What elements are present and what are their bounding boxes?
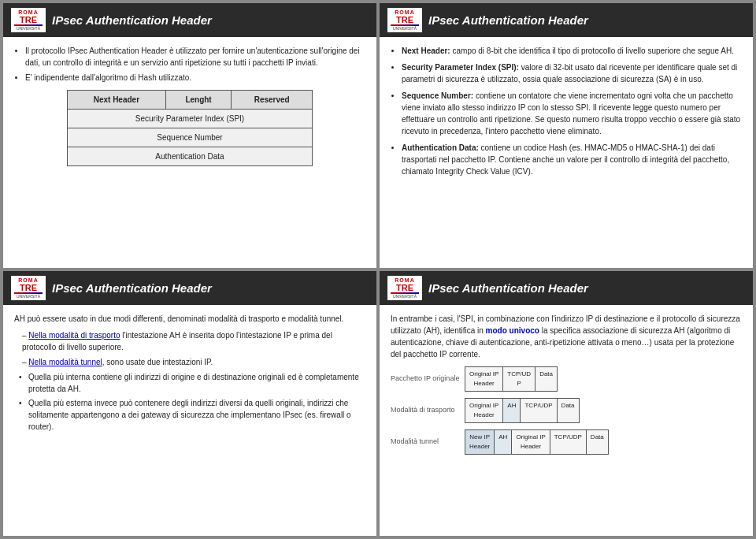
slide-2-title: IPsec Authentication Header	[428, 13, 588, 27]
bullet-2-label: Security Parameter Index (SPI):	[402, 63, 519, 72]
slide-1-bullets: Il protocollo IPsec Authentication Heade…	[14, 45, 365, 84]
col-reserved: Reserved	[232, 91, 313, 110]
slide-4-title: IPsec Authentication Header	[428, 281, 588, 295]
block-tcpudp-tunnel: TCP/UDP	[550, 430, 587, 454]
diagram-transport-label: Modalità di trasporto	[391, 405, 461, 416]
slide-2-bullet-1: Next Header: campo di 8-bit che identifi…	[402, 45, 742, 57]
slide-4-paragraph: In entrambe i casi, l'SPI, in combinazio…	[391, 313, 742, 360]
logo-roma-1: ROMA	[18, 9, 38, 15]
slide-2: ROMA TRE UNIVERSITÀ IPsec Authentication…	[380, 3, 753, 268]
diagram-tunnel: Modalità tunnel New IPHeader AH Original…	[391, 429, 742, 455]
tunnel-link: Nella modalità tunnel	[28, 358, 102, 366]
slide-1-content: Il protocollo IPsec Authentication Heade…	[3, 37, 376, 268]
diagram-original-blocks: Original IPHeader TCP/UDP Data	[465, 366, 558, 392]
slide-3-subitem-1: Quella più interna contiene gli indirizz…	[14, 371, 365, 395]
bullet-1-text: campo di 8-bit che identifica il tipo di…	[452, 46, 733, 55]
slide-1-title: IPsec Authentication Header	[52, 13, 212, 27]
block-new-ip: New IPHeader	[465, 430, 495, 454]
block-data-trans: Data	[558, 399, 579, 422]
ah-header-table: Next Header Lenght Reserved Security Par…	[67, 90, 313, 166]
slide-2-content: Next Header: campo di 8-bit che identifi…	[380, 37, 753, 268]
logo-2: ROMA TRE UNIVERSITÀ	[387, 8, 422, 32]
col-lenght: Lenght	[165, 91, 231, 110]
slide-2-bullet-2: Security Parameter Index (SPI): valore d…	[402, 61, 742, 85]
bullet-1-label: Next Header:	[402, 46, 450, 55]
transport-link: Nella modalità di trasporto	[28, 331, 120, 340]
logo-3: ROMA TRE UNIVERSITÀ	[11, 276, 46, 300]
block-tcpudp-orig: TCP/UDP	[503, 367, 536, 391]
modo-univoco: modo univoco	[486, 326, 539, 335]
slide-3-subitem-2: Quella più esterna invece può contenere …	[14, 397, 365, 433]
diagram-transport-blocks: Original IPHeader AH TCP/UDP Data	[465, 398, 580, 423]
block-tcpudp-trans: TCP/UDP	[521, 399, 557, 422]
slide-2-header: ROMA TRE UNIVERSITÀ IPsec Authentication…	[380, 3, 753, 37]
table-row-seq: Sequence Number	[67, 128, 312, 147]
seq-cell: Sequence Number	[67, 128, 312, 147]
slide-2-bullets: Next Header: campo di 8-bit che identifi…	[391, 45, 742, 177]
slide-3-item-2: – Nella modalità tunnel, sono usate due …	[14, 356, 365, 368]
diagram-original-label: Pacchetto IP originale	[391, 374, 461, 385]
slide-4-content: In entrambe i casi, l'SPI, in combinazio…	[380, 305, 753, 536]
slide-3-content: AH può essere usato in due modi differen…	[3, 305, 376, 536]
slide-3-title: IPsec Authentication Header	[52, 281, 212, 295]
logo-tre-4: TRE	[396, 283, 413, 292]
logo-tre-3: TRE	[20, 283, 37, 292]
slide-1: ROMA TRE UNIVERSITÀ IPsec Authentication…	[3, 3, 376, 268]
block-orig-ip-trans: Original IPHeader	[465, 399, 503, 422]
table-row-spi: Security Parameter Index (SPI)	[67, 110, 312, 128]
bullet-3-label: Sequence Number:	[402, 91, 473, 100]
logo-roma-4: ROMA	[395, 277, 414, 283]
slide-1-bullet-2: E' indipendente dall'algoritmo di Hash u…	[25, 72, 365, 84]
logo-univ-4: UNIVERSITÀ	[393, 294, 417, 299]
slide-1-header: ROMA TRE UNIVERSITÀ IPsec Authentication…	[3, 3, 376, 37]
slide-3-item-1: – Nella modalità di trasporto l'intestaz…	[14, 329, 365, 353]
diagram-tunnel-blocks: New IPHeader AH Original IPHeader TCP/UD…	[465, 429, 609, 455]
slide-3-header: ROMA TRE UNIVERSITÀ IPsec Authentication…	[3, 271, 376, 305]
logo-tre-2: TRE	[396, 15, 413, 24]
block-ah-tunnel: AH	[495, 430, 512, 454]
block-original-ip: Original IPHeader	[465, 367, 503, 391]
slide-2-bullet-4: Authentication Data: contiene un codice …	[402, 142, 742, 177]
slide-4-header: ROMA TRE UNIVERSITÀ IPsec Authentication…	[380, 271, 753, 305]
block-orig-ip-tunnel: Original IPHeader	[512, 430, 550, 454]
logo-1: ROMA TRE UNIVERSITÀ	[11, 8, 46, 32]
slide-4: ROMA TRE UNIVERSITÀ IPsec Authentication…	[380, 271, 753, 536]
block-ah-trans: AH	[503, 399, 521, 422]
logo-univ-1: UNIVERSITÀ	[17, 26, 40, 31]
bullet-4-label: Authentication Data:	[402, 143, 479, 152]
logo-roma-2: ROMA	[395, 9, 414, 15]
block-data-tunnel: Data	[587, 430, 608, 454]
logo-roma-3: ROMA	[18, 277, 38, 283]
logo-tre-1: TRE	[20, 15, 37, 24]
table-row-header: Next Header Lenght Reserved	[67, 91, 312, 110]
table-row-auth: Authentication Data	[67, 147, 312, 166]
diagram-original: Pacchetto IP originale Original IPHeader…	[391, 366, 742, 392]
block-data-orig: Data	[536, 367, 557, 391]
logo-univ-3: UNIVERSITÀ	[17, 294, 40, 299]
spi-cell: Security Parameter Index (SPI)	[67, 110, 312, 128]
diagram-tunnel-label: Modalità tunnel	[391, 437, 461, 448]
logo-univ-2: UNIVERSITÀ	[393, 26, 417, 31]
slide-1-bullet-1: Il protocollo IPsec Authentication Heade…	[25, 45, 365, 69]
slide-2-bullet-3: Sequence Number: contiene un contatore c…	[402, 90, 742, 137]
auth-cell: Authentication Data	[67, 147, 312, 166]
diagram-transport: Modalità di trasporto Original IPHeader …	[391, 398, 742, 423]
slide-3-intro: AH può essere usato in due modi differen…	[14, 313, 365, 325]
col-next-header: Next Header	[67, 91, 165, 110]
slide-3: ROMA TRE UNIVERSITÀ IPsec Authentication…	[3, 271, 376, 536]
logo-4: ROMA TRE UNIVERSITÀ	[387, 276, 422, 300]
